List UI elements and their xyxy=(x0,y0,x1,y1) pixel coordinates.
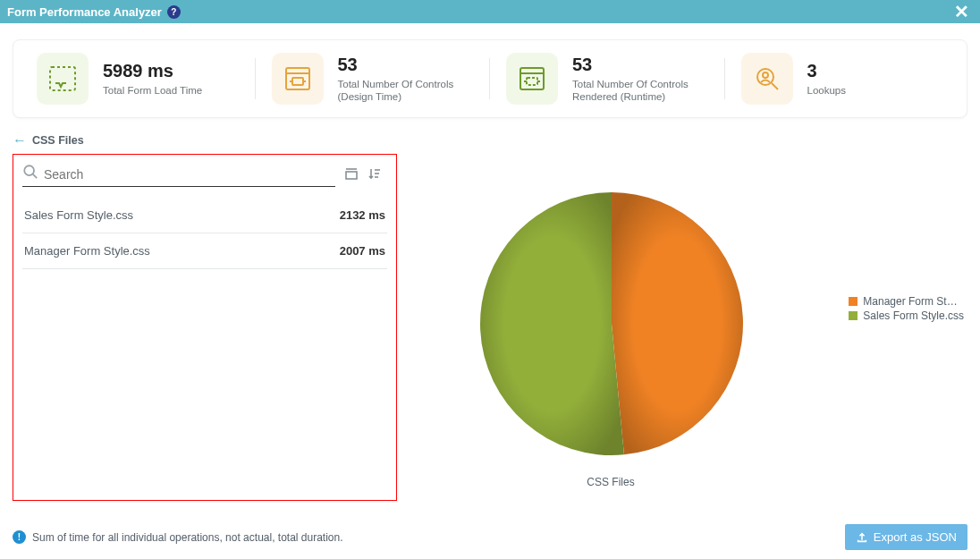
pie-chart xyxy=(477,190,746,458)
file-name: Sales Form Style.css xyxy=(24,208,133,222)
timer-icon xyxy=(37,53,89,105)
section-header: ← CSS Files xyxy=(13,132,967,148)
legend-label: Manager Form St… xyxy=(863,295,957,308)
lookup-icon xyxy=(741,53,793,105)
file-time: 2007 ms xyxy=(340,244,385,258)
file-row[interactable]: Manager Form Style.css 2007 ms xyxy=(22,233,387,269)
footer: ! Sum of time for all individual operati… xyxy=(13,524,967,550)
svg-rect-8 xyxy=(527,78,537,85)
titlebar: Form Performance Analyzer ? ✕ xyxy=(0,0,980,23)
sort-icon[interactable] xyxy=(368,166,382,184)
metric-label: Lookups xyxy=(807,84,846,97)
svg-rect-17 xyxy=(346,172,357,179)
file-list-panel: Sales Form Style.css 2132 ms Manager For… xyxy=(13,154,397,501)
columns-icon[interactable] xyxy=(344,166,359,184)
chart-legend: Manager Form St… Sales Form Style.css xyxy=(849,295,964,324)
svg-point-12 xyxy=(763,72,768,78)
metric-controls-design: 53 Total Number Of Controls (Design Time… xyxy=(256,53,491,105)
metric-value: 3 xyxy=(807,61,846,81)
metric-label: Total Number Of Controls Rendered (Runti… xyxy=(572,78,706,104)
svg-line-15 xyxy=(33,174,38,179)
upload-icon xyxy=(856,531,868,544)
file-row[interactable]: Sales Form Style.css 2132 ms xyxy=(22,198,387,233)
export-json-button[interactable]: Export as JSON xyxy=(845,524,967,550)
legend-label: Sales Form Style.css xyxy=(863,309,964,322)
legend-swatch xyxy=(849,297,858,306)
legend-swatch xyxy=(849,311,858,320)
metric-value: 53 xyxy=(572,55,706,75)
file-list: Sales Form Style.css 2132 ms Manager For… xyxy=(13,198,396,269)
metric-controls-runtime: 53 Total Number Of Controls Rendered (Ru… xyxy=(490,53,725,105)
metric-label: Total Form Load Time xyxy=(103,84,202,97)
search-field-wrap[interactable] xyxy=(22,164,335,187)
metric-label: Total Number Of Controls (Design Time) xyxy=(338,78,472,104)
svg-rect-0 xyxy=(50,67,75,90)
search-input[interactable] xyxy=(44,167,335,182)
chart-panel: Manager Form St… Sales Form Style.css CS… xyxy=(397,154,967,501)
export-label: Export as JSON xyxy=(874,530,957,544)
controls-icon xyxy=(272,53,324,105)
metric-load-time: 5989 ms Total Form Load Time xyxy=(21,53,256,105)
search-row xyxy=(13,155,396,191)
file-time: 2132 ms xyxy=(340,208,385,222)
footer-note: Sum of time for all individual operation… xyxy=(32,531,343,544)
back-arrow-icon[interactable]: ← xyxy=(13,132,27,148)
chart-title: CSS Files xyxy=(397,476,824,488)
file-name: Manager Form Style.css xyxy=(24,244,150,258)
app-title: Form Performance Analyzer xyxy=(7,5,162,19)
help-icon[interactable]: ? xyxy=(167,5,181,19)
legend-item: Sales Form Style.css xyxy=(849,309,964,322)
svg-line-13 xyxy=(772,83,778,89)
metric-value: 5989 ms xyxy=(103,61,202,81)
svg-rect-3 xyxy=(292,78,303,85)
metrics-card: 5989 ms Total Form Load Time 53 Total Nu… xyxy=(13,39,967,118)
metric-value: 53 xyxy=(338,55,472,75)
info-icon: ! xyxy=(13,530,26,544)
controls-runtime-icon xyxy=(506,53,558,105)
close-button[interactable]: ✕ xyxy=(950,3,973,21)
svg-point-14 xyxy=(24,165,34,175)
search-icon xyxy=(22,164,38,184)
section-title: CSS Files xyxy=(32,134,84,147)
legend-item: Manager Form St… xyxy=(849,295,964,308)
metric-lookups: 3 Lookups xyxy=(725,53,960,105)
